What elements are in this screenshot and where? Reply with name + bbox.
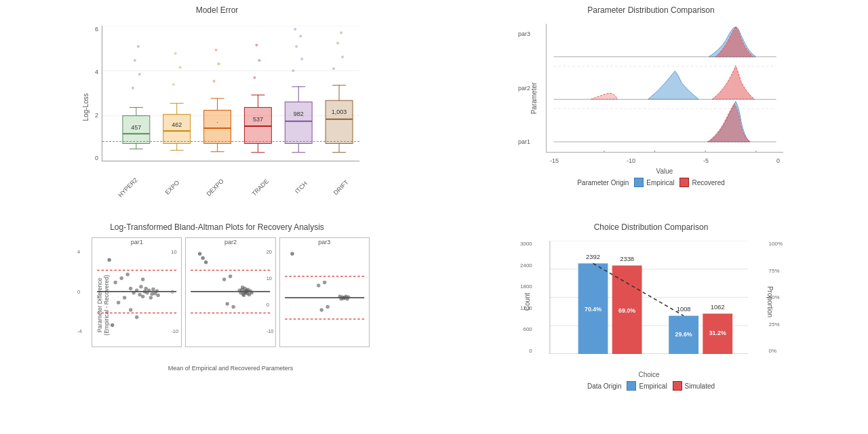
svg-point-95 [155,289,159,292]
svg-point-50 [292,69,294,72]
svg-text:457: 457 [131,124,141,131]
empirical-swatch [634,178,644,187]
svg-point-103 [107,258,111,262]
bland-altman-charts-area: Parameter Difference(Empirical - Recover… [61,237,373,373]
param-dist-area: -15 -10 -5 0 par3 par2 par1 [546,24,783,153]
choice-legend-empirical: Empirical [627,381,667,391]
model-error-x-labels: HYPER2 EXPO DEXPO TRADE ITCH DRIFT [102,180,359,192]
main-container: Model Error Log-Loss 6 4 2 0 [0,0,868,434]
svg-point-63 [341,56,344,58]
choice-svg: 2392 70.4% 2338 69.0% 1008 29.6% 1062 3 [544,241,754,354]
svg-point-65 [340,31,342,34]
bland-altman-panel: Log-Transformed Bland-Altman Plots for R… [0,217,434,434]
svg-point-126 [204,260,208,264]
svg-point-97 [125,273,129,276]
choice-legend-title: Data Origin [587,382,622,390]
svg-point-54 [294,28,296,31]
svg-text:982: 982 [294,111,304,117]
svg-point-82 [132,291,135,294]
svg-point-9 [132,87,134,90]
bland-altman-title: Log-Transformed Bland-Altman Plots for R… [110,222,324,232]
svg-point-10 [138,73,141,75]
svg-point-128 [226,302,229,305]
svg-point-22 [174,52,177,55]
svg-point-92 [150,292,153,296]
svg-point-101 [117,301,120,304]
svg-point-124 [198,252,201,256]
svg-point-21 [179,66,182,68]
choice-simulated-swatch [673,381,682,391]
svg-point-41 [258,59,260,62]
ba-par3-title: par3 [280,238,369,246]
svg-point-102 [141,277,144,281]
model-error-chart: Log-Loss 6 4 2 0 [68,19,366,195]
svg-point-146 [326,305,329,309]
param-dist-panel: Parameter Distribution Comparison Parame… [434,0,868,217]
svg-point-40 [253,76,256,79]
svg-point-51 [300,58,303,60]
svg-text:.: . [216,117,218,124]
svg-text:1,003: 1,003 [332,108,347,115]
choice-chart-area: 3000 2400 1800 1200 600 0 100% 75% 50% 2… [544,241,754,354]
ba-par2-title: par2 [186,238,275,246]
svg-point-53 [299,35,302,37]
param-dist-legend-title: Parameter Origin [577,179,629,186]
param-dist-chart: Parameter [515,20,787,176]
param-dist-legend-empirical: Empirical [634,178,674,187]
svg-rect-44 [285,102,312,143]
svg-point-116 [242,294,245,297]
svg-point-42 [255,44,258,47]
model-error-title: Model Error [196,5,239,15]
svg-point-104 [111,323,114,327]
choice-dist-panel: Choice Distribution Comparison Count Pro… [434,217,868,434]
ba-subpanels: par1 [92,237,370,347]
svg-point-32 [215,49,218,52]
svg-point-127 [222,277,226,281]
param-dist-svg [547,24,783,152]
svg-point-130 [232,305,235,309]
ba-par3-area: -7.5 0.0 2.5 [280,249,369,334]
svg-point-141 [347,295,350,298]
svg-text:537: 537 [253,116,263,123]
svg-point-79 [113,281,117,284]
svg-point-30 [213,80,216,83]
svg-text:1008: 1008 [677,305,691,313]
svg-point-99 [119,277,123,280]
choice-dist-chart: Count Proportion 3000 2400 1800 1200 600… [515,237,787,380]
recovered-swatch [679,178,689,187]
svg-text:2338: 2338 [620,255,634,262]
svg-point-98 [129,308,132,311]
svg-point-80 [123,296,126,299]
boxplot-svg: 457 462 [102,26,359,161]
svg-point-20 [172,83,175,86]
svg-point-93 [151,288,155,291]
svg-rect-14 [163,115,191,144]
svg-point-90 [147,289,151,292]
param-dist-legend-recovered: Recovered [679,178,724,187]
ba-par1-area: -4 -2 0 2 [92,249,181,334]
svg-point-91 [149,296,153,299]
svg-text:31.2%: 31.2% [709,330,726,336]
ba-x-label: Mean of Empirical and Recovered Paramete… [92,365,370,372]
ba-par1-title: par1 [92,238,181,246]
param-dist-title: Parameter Distribution Comparison [587,5,714,15]
model-error-panel: Model Error Log-Loss 6 4 2 0 [0,0,434,217]
ba-par3-svg [280,249,369,334]
svg-point-142 [290,252,294,256]
svg-point-83 [135,289,138,292]
param-dist-x-label: Value [546,167,783,175]
svg-point-11 [134,59,136,62]
svg-point-64 [336,41,339,44]
ba-par2-panel: par2 [185,237,275,347]
svg-point-143 [317,283,320,287]
ba-par1-svg [92,249,181,334]
param-dist-y-label: Parameter [530,83,538,115]
svg-point-123 [250,291,254,294]
ba-par3-panel: par3 [279,237,370,347]
param-dist-legend: Parameter Origin Empirical Recovered [577,178,725,187]
svg-point-62 [332,67,335,70]
choice-empirical-swatch [627,381,636,391]
svg-point-84 [138,293,141,296]
svg-point-100 [135,315,138,319]
svg-text:2392: 2392 [586,253,600,260]
